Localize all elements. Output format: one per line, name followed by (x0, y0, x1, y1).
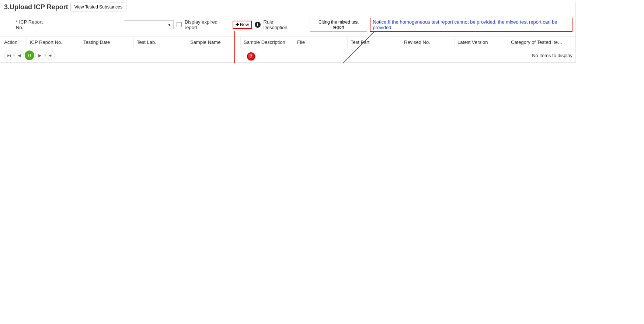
view-tested-substances-button[interactable]: View Tested Substances (70, 3, 126, 11)
col-tpart[interactable]: Test Part (348, 36, 401, 48)
plus-icon: ✚ (236, 22, 239, 27)
pager-next-button[interactable]: ▶ (35, 50, 45, 60)
col-latest[interactable]: Latest Version (455, 36, 508, 48)
col-tdate[interactable]: Testing Date (80, 36, 134, 48)
pager-current-page[interactable]: 0 (25, 50, 34, 60)
filter-row: * ICP Report No. ▼ Display expired repor… (1, 13, 575, 36)
col-action[interactable]: Action (1, 36, 27, 48)
notice-text: Notice:If the homogeneous test report ca… (370, 18, 572, 32)
display-expired-label: Display expired report (185, 19, 230, 30)
info-icon[interactable]: i (255, 22, 260, 28)
pager-prev-button[interactable]: ◀ (14, 50, 24, 60)
pager-first-button[interactable]: ⏮ (4, 50, 14, 60)
callout-badge-7: 7 (247, 52, 255, 60)
citing-mixed-test-button[interactable]: Citing the mixed test report (310, 18, 367, 32)
rule-description-label: Rule Description (264, 19, 297, 30)
upload-icp-panel: 3.Upload ICP Report View Tested Substanc… (1, 1, 576, 63)
chevron-down-icon: ▼ (167, 23, 171, 27)
col-file[interactable]: File (294, 36, 348, 48)
no-items-text: No items to display (532, 53, 572, 58)
col-rev[interactable]: Revised No. (401, 36, 455, 48)
col-cat[interactable]: Category of Tested Ite… (508, 36, 567, 48)
col-lab[interactable]: Test Lab. (134, 36, 187, 48)
col-icp[interactable]: ICP Report No. (27, 36, 80, 48)
col-sname[interactable]: Sample Name (187, 36, 241, 48)
pager-last-button[interactable]: ⏭ (45, 50, 55, 60)
upload-icp-header: 3.Upload ICP Report View Tested Substanc… (1, 1, 575, 13)
icp-report-no-dropdown[interactable]: ▼ (124, 20, 174, 29)
grid-header: Action ICP Report No. Testing Date Test … (1, 36, 575, 48)
new-button[interactable]: ✚ New (233, 21, 252, 29)
required-asterisk: * (16, 19, 18, 25)
upload-icp-title: 3.Upload ICP Report (4, 3, 68, 11)
display-expired-checkbox[interactable] (177, 22, 182, 27)
grid-footer: ⏮ ◀ 0 ▶ ⏭ No items to display (1, 48, 575, 62)
icp-report-no-label: * ICP Report No. (16, 19, 50, 30)
pager: ⏮ ◀ 0 ▶ ⏭ (4, 50, 55, 60)
col-sdesc[interactable]: Sample Description (241, 36, 294, 48)
